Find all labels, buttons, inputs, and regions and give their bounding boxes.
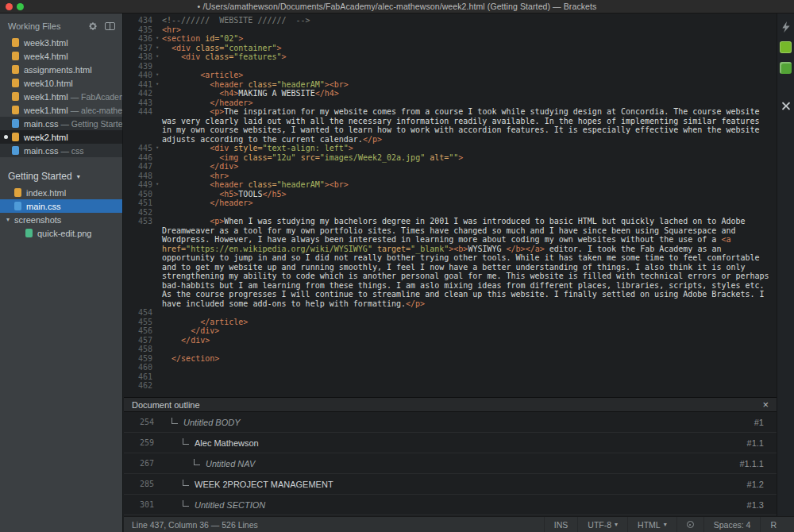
code-text[interactable]: </div> (162, 326, 777, 336)
code-text[interactable]: </section> (162, 354, 777, 364)
fold-arrow-icon[interactable]: ▾ (152, 180, 162, 190)
code-text[interactable]: <div class="features"> (162, 52, 777, 62)
working-file-item[interactable]: main.css — css (0, 144, 122, 157)
code-text[interactable]: </div> (162, 162, 777, 172)
fold-arrow-icon[interactable]: ▾ (152, 71, 162, 80)
extension-grid-icon[interactable] (780, 41, 792, 53)
line-number[interactable]: 451 (124, 199, 152, 208)
line-number[interactable]: 436 (124, 34, 152, 44)
line-number[interactable]: 446 (124, 153, 152, 163)
working-file-item[interactable]: assignments.html (0, 63, 122, 76)
fold-arrow-icon[interactable]: ▾ (152, 44, 162, 53)
line-number[interactable]: 444 (124, 107, 152, 144)
working-file-item[interactable]: week10.html (0, 76, 122, 90)
line-number[interactable]: 460 (124, 363, 152, 372)
project-tree-item[interactable]: index.html (0, 186, 122, 199)
fold-arrow-icon[interactable]: ▾ (152, 34, 162, 44)
code-text[interactable]: <section id="02"> (162, 34, 777, 44)
code-text[interactable] (162, 308, 777, 318)
code-text[interactable]: </header> (162, 98, 777, 108)
code-text[interactable] (162, 208, 777, 218)
disclosure-triangle-icon[interactable]: ▾ (6, 216, 14, 223)
working-file-item[interactable]: week1.html — alec-mathewsc (0, 103, 122, 117)
code-text[interactable]: <header class="headerAM"><br> (162, 80, 777, 90)
project-switcher[interactable]: Getting Started ▾ (0, 167, 122, 186)
code-text[interactable] (162, 62, 777, 71)
working-file-item[interactable]: week4.html (0, 49, 122, 63)
outline-row[interactable]: 267Untitled NAV#1.1.1 (124, 453, 777, 474)
working-file-item[interactable]: week1.html — FabAcademy (0, 90, 122, 103)
line-number[interactable]: 458 (124, 345, 152, 354)
code-text[interactable]: <div style="text-align: left"> (162, 144, 777, 153)
code-text[interactable] (162, 345, 777, 354)
status-extra[interactable]: R (760, 517, 786, 532)
code-text[interactable]: <hr> (162, 25, 777, 35)
zoom-window-button[interactable] (17, 3, 24, 10)
line-number[interactable]: 462 (124, 381, 152, 391)
indent-setting[interactable]: Spaces: 4 (703, 517, 761, 532)
line-number[interactable]: 439 (124, 62, 152, 71)
code-text[interactable]: </header> (162, 199, 777, 208)
code-text[interactable]: <header class="headerAM"><br> (162, 180, 777, 190)
line-number[interactable]: 461 (124, 372, 152, 382)
extension-leaf-icon[interactable] (780, 62, 792, 74)
close-window-button[interactable] (6, 3, 13, 10)
code-text[interactable]: </article> (162, 318, 777, 327)
gear-icon[interactable] (87, 21, 99, 31)
code-text[interactable]: <!--////// WEBSITE ////// --> (162, 16, 777, 25)
line-number[interactable]: 450 (124, 190, 152, 199)
line-number[interactable]: 440 (124, 71, 152, 80)
split-view-icon[interactable] (103, 21, 116, 31)
line-number[interactable]: 437 (124, 44, 152, 53)
project-tree-item[interactable]: quick-edit.png (0, 226, 122, 240)
line-number[interactable]: 449 (124, 180, 152, 190)
insert-mode-indicator[interactable]: INS (544, 517, 578, 532)
fold-arrow-icon[interactable]: ▾ (152, 80, 162, 90)
code-text[interactable]: </div> (162, 336, 777, 345)
code-text[interactable]: <div class="container"> (162, 44, 777, 53)
encoding-select[interactable]: UTF-8 ▾ (577, 517, 627, 532)
language-select[interactable]: HTML ▾ (627, 517, 676, 532)
line-number[interactable]: 455 (124, 318, 152, 327)
line-number[interactable]: 438 (124, 52, 152, 62)
line-number[interactable]: 448 (124, 172, 152, 181)
line-number[interactable]: 454 (124, 308, 152, 318)
close-icon[interactable]: × (762, 399, 769, 410)
code-text[interactable]: <p>The inspiration for my website comes … (162, 107, 777, 144)
status-indicator-icon[interactable] (676, 517, 703, 532)
outline-row[interactable]: 259Alec Mathewson#1.1 (124, 433, 777, 453)
code-text[interactable] (162, 381, 777, 391)
working-file-item[interactable]: week2.html (0, 130, 122, 144)
line-number[interactable]: 447 (124, 162, 152, 172)
code-editor[interactable]: 434<!--////// WEBSITE ////// -->435<hr>4… (124, 13, 777, 397)
fold-arrow-icon[interactable]: ▾ (152, 144, 162, 153)
cursor-position-status[interactable]: Line 437, Column 36 — 526 Lines (132, 520, 258, 530)
code-text[interactable] (162, 372, 777, 382)
outline-row[interactable]: 301Untitled SECTION#1.3 (124, 495, 777, 515)
line-number[interactable]: 457 (124, 336, 152, 345)
code-text[interactable]: <img class="12u" src="images/Week2_02a.j… (162, 153, 777, 163)
lightning-icon[interactable] (780, 21, 792, 33)
code-text[interactable]: <h4>MAKING A WEBSITE</h4> (162, 89, 777, 98)
line-number[interactable]: 441 (124, 80, 152, 90)
fold-arrow-icon[interactable]: ▾ (152, 52, 162, 62)
line-number[interactable]: 435 (124, 25, 152, 35)
line-number[interactable]: 445 (124, 144, 152, 153)
line-number[interactable]: 453 (124, 217, 152, 308)
code-text[interactable]: <article> (162, 71, 777, 80)
crossed-tools-icon[interactable] (780, 100, 792, 112)
code-text[interactable]: <h5>TOOLS</h5> (162, 190, 777, 199)
outline-row[interactable]: 254Untitled BODY#1 (124, 412, 777, 433)
line-number[interactable]: 456 (124, 326, 152, 336)
line-number[interactable]: 442 (124, 89, 152, 98)
line-number[interactable]: 452 (124, 208, 152, 218)
code-text[interactable]: <hr> (162, 172, 777, 181)
code-text[interactable]: <p>When I was studying my bachelors degr… (162, 217, 777, 308)
line-number[interactable]: 434 (124, 16, 152, 25)
line-number[interactable]: 443 (124, 98, 152, 108)
working-file-item[interactable]: main.css — Getting Started (0, 117, 122, 130)
code-text[interactable] (162, 363, 777, 372)
line-number[interactable]: 459 (124, 354, 152, 364)
project-tree-item[interactable]: ▾screenshots (0, 213, 122, 226)
project-tree-item[interactable]: main.css (0, 199, 122, 213)
